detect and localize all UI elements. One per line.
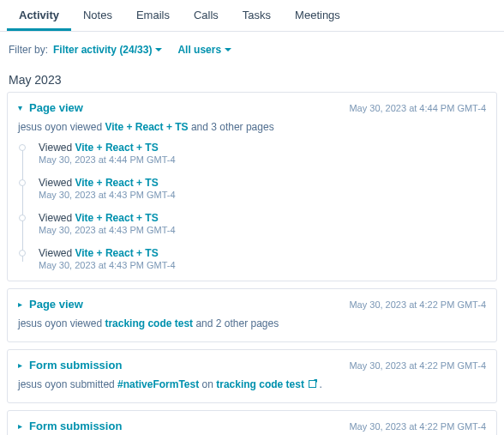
detail-item: Viewed Vite + React + TSMay 30, 2023 at … [30,247,486,270]
tab-activity[interactable]: Activity [7,0,71,31]
page-link[interactable]: #nativeFormTest [117,378,199,390]
chevron-right-icon[interactable]: ▸ [18,299,22,309]
page-link[interactable]: Vite + React + TS [75,247,158,259]
activity-card: ▸Page viewMay 30, 2023 at 4:22 PM GMT-4j… [7,288,497,342]
page-link[interactable]: Vite + React + TS [75,212,158,224]
page-link[interactable]: Vite + React + TS [105,121,188,133]
tab-bar: ActivityNotesEmailsCallsTasksMeetings [0,0,504,32]
page-link[interactable]: tracking code test [105,317,193,329]
card-title[interactable]: Page view [29,101,83,114]
detail-text: Viewed Vite + React + TS [39,177,486,189]
detail-text: Viewed Vite + React + TS [39,142,486,154]
card-title[interactable]: Form submission [29,359,122,372]
external-link-icon [309,380,316,388]
card-timestamp: May 30, 2023 at 4:44 PM GMT-4 [349,103,486,113]
activity-feed: ▾Page viewMay 30, 2023 at 4:44 PM GMT-4j… [0,92,504,435]
filter-row: Filter by: Filter activity (24/33) All u… [0,32,504,64]
detail-timestamp: May 30, 2023 at 4:43 PM GMT-4 [39,190,486,200]
chevron-right-icon[interactable]: ▸ [18,360,22,370]
card-timestamp: May 30, 2023 at 4:22 PM GMT-4 [349,360,486,371]
card-timestamp: May 30, 2023 at 4:22 PM GMT-4 [349,299,486,310]
activity-card: ▸Form submissionMay 30, 2023 at 4:22 PM … [7,410,497,435]
activity-card: ▸Form submissionMay 30, 2023 at 4:22 PM … [7,349,497,403]
timeline-dot-icon [19,214,26,221]
card-title[interactable]: Page view [29,298,83,311]
card-body: jesus oyon viewed tracking code test and… [18,316,486,331]
timeline-dot-icon [19,144,26,151]
detail-timestamp: May 30, 2023 at 4:44 PM GMT-4 [39,154,486,165]
card-timestamp: May 30, 2023 at 4:22 PM GMT-4 [349,421,486,432]
page-link[interactable]: Vite + React + TS [75,142,158,154]
chevron-down-icon[interactable]: ▾ [18,103,22,112]
detail-timestamp: May 30, 2023 at 4:43 PM GMT-4 [39,225,486,235]
tab-meetings[interactable]: Meetings [283,0,352,31]
detail-text: Viewed Vite + React + TS [39,247,486,259]
timeline-dot-icon [19,179,26,186]
detail-item: Viewed Vite + React + TSMay 30, 2023 at … [30,212,486,235]
chevron-right-icon[interactable]: ▸ [18,421,22,431]
detail-timestamp: May 30, 2023 at 4:43 PM GMT-4 [39,260,486,270]
tab-notes[interactable]: Notes [71,0,124,31]
detail-list: Viewed Vite + React + TSMay 30, 2023 at … [18,142,486,270]
chevron-down-icon [155,48,162,51]
detail-text: Viewed Vite + React + TS [39,212,486,224]
detail-item: Viewed Vite + React + TSMay 30, 2023 at … [30,142,486,165]
chevron-down-icon [225,48,231,51]
card-body: jesus oyon viewed Vite + React + TS and … [18,119,486,135]
page-link[interactable]: Vite + React + TS [75,177,158,189]
card-body: jesus oyon submitted #nativeFormTest on … [18,377,486,392]
activity-card: ▾Page viewMay 30, 2023 at 4:44 PM GMT-4j… [7,92,497,281]
tab-tasks[interactable]: Tasks [231,0,283,31]
filter-users-dropdown[interactable]: All users [177,44,231,56]
timeline-dot-icon [19,250,26,257]
month-heading: May 2023 [0,64,504,92]
detail-item: Viewed Vite + React + TSMay 30, 2023 at … [30,177,486,200]
page-link[interactable]: tracking code test [216,378,304,390]
filter-by-label: Filter by: [9,44,48,56]
tab-emails[interactable]: Emails [124,0,182,31]
filter-activity-label: Filter activity (24/33) [53,44,152,56]
filter-users-label: All users [177,44,221,56]
filter-activity-dropdown[interactable]: Filter activity (24/33) [53,44,162,56]
tab-calls[interactable]: Calls [182,0,231,31]
card-title[interactable]: Form submission [29,420,122,432]
